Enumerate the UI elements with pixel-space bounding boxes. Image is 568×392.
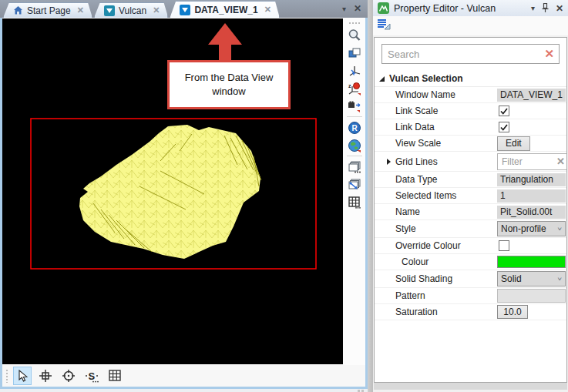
property-row-link-data: Link Data	[375, 119, 566, 136]
property-row-name: Name Pit_Solid.00t	[375, 204, 566, 220]
edit-button[interactable]: Edit	[497, 136, 530, 151]
tab-label: DATA_VIEW_1	[194, 5, 257, 15]
panel-title: Property Editor - Vulcan	[394, 3, 496, 14]
link-data-checkbox[interactable]	[499, 122, 509, 132]
panel-close-icon[interactable]: ✕	[556, 3, 563, 14]
property-row-view-scale: View Scale Edit	[375, 136, 566, 152]
snap-toolbar: S	[2, 365, 365, 387]
z-axis-ball-icon[interactable]: z	[345, 79, 364, 97]
zoom-icon[interactable]	[345, 26, 364, 44]
annotation-callout: From the Data View window	[167, 60, 291, 109]
search-input[interactable]	[381, 44, 560, 64]
search-box: ✕	[381, 44, 560, 64]
saturation-value[interactable]: 10.0	[497, 305, 528, 319]
circle-crosshair-icon[interactable]	[59, 367, 78, 385]
override-colour-checkbox[interactable]	[499, 240, 509, 251]
property-editor-pane: Property Editor - Vulcan ▾ ✕ ✕	[373, 0, 568, 392]
annotation-text: From the Data View window	[176, 71, 282, 99]
pin-icon[interactable]	[542, 2, 549, 15]
property-row-override-colour: Override Colour	[375, 238, 566, 254]
grid-table-icon[interactable]	[345, 193, 364, 211]
expander-closed-icon[interactable]	[387, 159, 391, 165]
svg-text:z: z	[348, 83, 351, 89]
section-label: Vulcan Selection	[389, 73, 463, 84]
svg-text:R: R	[351, 124, 358, 132]
pane-splitter[interactable]	[368, 0, 373, 392]
pattern-value[interactable]	[497, 289, 566, 303]
tabbar-window-controls: ▾ ✕	[342, 3, 368, 14]
property-row-selected-items: Selected Items 1	[375, 188, 566, 204]
close-view-icon[interactable]: ✕	[354, 3, 361, 14]
tab-vulcan[interactable]: Vulcan ✕	[94, 2, 168, 18]
vulcan-logo-icon	[180, 5, 190, 15]
property-row-solid-shading: Solid Shading Solid ˅	[375, 270, 566, 288]
camera-target-icon[interactable]	[345, 97, 364, 115]
style-dropdown[interactable]: Non-profile ˅	[497, 221, 566, 236]
svg-text:S: S	[89, 370, 96, 382]
tab-list-menu-icon[interactable]: ▾	[342, 5, 346, 13]
tab-start-page[interactable]: Start Page ✕	[3, 2, 92, 18]
tab-close-icon[interactable]: ✕	[77, 5, 84, 15]
tab-close-icon[interactable]: ✕	[153, 5, 160, 15]
tab-label: Start Page	[27, 5, 71, 16]
link-scale-checkbox[interactable]	[499, 106, 509, 116]
toolbar-grip[interactable]	[5, 369, 8, 383]
tab-data-view-1[interactable]: DATA_VIEW_1 ✕	[170, 1, 279, 18]
layers-transfer-icon[interactable]	[345, 176, 364, 193]
3d-canvas[interactable]: From the Data View window	[2, 18, 343, 364]
checkmark-icon	[500, 124, 508, 131]
layers-icon[interactable]	[345, 158, 364, 176]
property-row-style: Style Non-profile ˅	[375, 220, 566, 238]
toolbar-grip[interactable]	[348, 22, 361, 25]
property-row-link-scale: Link Scale	[375, 103, 566, 119]
property-row-data-type: Data Type Triangulation	[375, 172, 566, 188]
triangulation-mesh	[79, 125, 261, 259]
tab-label: Vulcan	[119, 5, 146, 16]
tab-close-icon[interactable]: ✕	[264, 5, 271, 15]
property-list-icon[interactable]	[377, 18, 392, 34]
property-row-pattern: Pattern	[375, 288, 566, 304]
document-tab-bar: Start Page ✕ Vulcan ✕ DATA_VIEW_1 ✕ ▾ ✕	[0, 0, 368, 18]
solid-shading-dropdown[interactable]: Solid ˅	[497, 271, 566, 286]
property-grid-container: ✕ Vulcan Selection Window Name DATA_VIEW…	[374, 37, 567, 383]
window-copy-icon[interactable]	[345, 44, 364, 62]
annotation-arrow-icon	[205, 23, 245, 63]
panel-footer-strip	[374, 383, 567, 390]
panel-menu-icon[interactable]: ▾	[531, 4, 535, 12]
home-icon	[13, 5, 23, 15]
section-vulcan-selection[interactable]: Vulcan Selection	[375, 71, 566, 87]
toolbar-separator	[347, 116, 362, 117]
register-icon[interactable]: R	[345, 119, 364, 136]
property-editor-toolbar	[373, 16, 568, 35]
snap-mode-icon[interactable]: S	[82, 367, 101, 385]
grid-snap-icon[interactable]	[106, 367, 124, 385]
window-name-value: DATA_VIEW_1	[497, 89, 566, 102]
plane-crosshair-icon[interactable]	[36, 367, 55, 385]
property-row-saturation: Saturation 10.0	[375, 304, 566, 320]
maptek-logo-icon	[378, 2, 389, 14]
chevron-down-icon: ˅	[557, 226, 562, 233]
application-window: Start Page ✕ Vulcan ✕ DATA_VIEW_1 ✕ ▾ ✕	[0, 0, 568, 392]
property-row-grid-lines: Grid Lines ✕	[375, 152, 566, 172]
select-cursor-icon[interactable]	[13, 367, 32, 385]
property-row-colour: Colour	[375, 254, 566, 270]
property-editor-titlebar[interactable]: Property Editor - Vulcan ▾ ✕	[373, 0, 568, 16]
toolbar-separator	[347, 156, 362, 156]
name-value: Pit_Solid.00t	[497, 206, 566, 219]
data-type-value: Triangulation	[497, 173, 566, 186]
selected-items-value: 1	[497, 189, 566, 203]
colour-swatch[interactable]	[497, 256, 566, 268]
globe-icon[interactable]	[345, 136, 364, 154]
property-row-window-name: Window Name DATA_VIEW_1	[375, 87, 566, 103]
view-toolbar: z R	[343, 18, 365, 380]
viewport-pane: Start Page ✕ Vulcan ✕ DATA_VIEW_1 ✕ ▾ ✕	[0, 0, 368, 392]
axes-pick-icon[interactable]	[345, 62, 364, 79]
filter-clear-icon[interactable]: ✕	[556, 156, 565, 167]
vulcan-logo-icon	[104, 5, 115, 16]
viewport-frame: From the Data View window z	[0, 18, 368, 389]
property-grid: Vulcan Selection Window Name DATA_VIEW_1…	[375, 71, 566, 320]
expander-open-icon	[379, 76, 385, 82]
chevron-down-icon: ˅	[557, 276, 562, 283]
checkmark-icon	[500, 108, 508, 115]
search-clear-icon[interactable]: ✕	[544, 47, 554, 61]
